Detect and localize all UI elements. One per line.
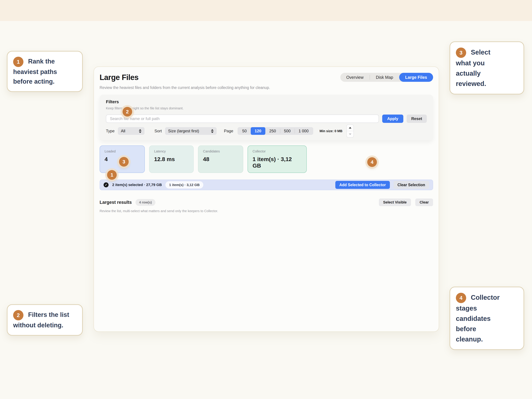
sort-label: Sort [154,129,162,133]
apply-button[interactable]: Apply [382,114,403,123]
row-count-badge: 4 row(s) [135,199,156,206]
stat-value: 1 item(s) · 3,12 GB [253,156,302,169]
clear-button[interactable]: Clear [415,198,433,206]
filters-caption: Keep filters lightweight so the file lis… [106,106,427,110]
ui-marker-3: 3 [119,157,129,167]
callout-1: 1Rank the heaviest paths before acting. [7,51,83,92]
filter-controls-row: Type All Sort Size (largest first) Page … [106,127,427,135]
results-title: Largest results [100,200,132,205]
panel-header: Large Files Overview Disk Map Large File… [100,73,433,82]
tab-overview[interactable]: Overview [340,73,370,82]
page-size-option-500[interactable]: 500 [280,127,295,135]
sort-select-value: Size (largest first) [168,129,199,133]
results-subtitle: Review the list, multi-select what matte… [100,209,433,213]
stat-card-latency: Latency 12.8 ms [149,146,194,173]
stat-label: Loaded [105,149,140,153]
type-select-value: All [121,129,125,133]
callout-number-badge: 1 [13,57,23,67]
select-visible-button[interactable]: Select Visible [379,198,411,206]
page-size-group: 50 120 250 500 1 000 [238,127,313,135]
page-subtitle: Review the heaviest files and folders fr… [100,85,433,90]
tab-disk-map[interactable]: Disk Map [370,73,399,82]
page-size-option-1000[interactable]: 1 000 [295,127,313,135]
sort-select[interactable]: Size (largest first) [165,127,217,135]
ui-marker-2: 2 [122,107,132,117]
stepper-divider [347,131,354,131]
stat-value: 48 [203,156,238,162]
chevron-up-down-icon [211,129,214,133]
stepper-down-icon[interactable] [349,133,351,135]
page-size-option-120[interactable]: 120 [251,127,265,135]
min-size-stepper[interactable] [347,124,354,138]
ui-marker-1: 1 [107,170,117,180]
collector-count-pill: 1 item(s) · 3,12 GB [165,181,203,189]
callout-number-badge: 4 [456,293,466,303]
search-row: Apply Reset [106,114,427,123]
stat-card-candidates: Candidates 48 [198,146,243,173]
page-title: Large Files [100,73,139,82]
ui-marker-4: 4 [367,157,377,167]
view-tab-bar: Overview Disk Map Large Files [340,73,433,82]
chevron-up-down-icon [139,129,141,133]
page-size-label: Page [224,129,233,133]
selection-summary: 2 item(s) selected · 27,79 GB [112,183,162,187]
stepper-up-icon[interactable] [349,127,351,128]
callout-number-badge: 2 [13,310,23,320]
stat-label: Candidates [203,149,238,153]
filters-title: Filters [106,99,427,104]
type-select[interactable]: All [118,127,145,135]
selection-bar: 2 item(s) selected · 27,79 GB 1 item(s) … [100,180,433,190]
check-icon [104,182,108,187]
filters-card: Filters Keep filters lightweight so the … [100,95,433,140]
top-accent-band [0,0,532,21]
large-files-panel: Large Files Overview Disk Map Large File… [94,66,439,332]
page-size-option-250[interactable]: 250 [265,127,280,135]
stat-value: 12.8 ms [154,156,189,162]
min-size-label: Min size: 0 MB [320,129,342,133]
callout-3: 3Select what you actually reviewed. [450,41,524,95]
callout-number-badge: 3 [456,48,466,58]
page-size-option-50[interactable]: 50 [238,127,251,135]
stat-label: Latency [154,149,189,153]
type-label: Type [106,129,114,133]
stats-row: Loaded 4 Latency 12.8 ms Candidates 48 C… [100,146,433,173]
stat-label: Collector [253,149,302,153]
callout-4: 4Collector stages candidates before clea… [450,287,524,350]
reset-button[interactable]: Reset [407,114,427,123]
results-header: Largest results 4 row(s) Select Visible … [100,198,433,206]
callout-2: 2Filters the list without deleting. [7,304,83,336]
stat-card-collector: Collector 1 item(s) · 3,12 GB [247,146,307,173]
tab-large-files[interactable]: Large Files [399,73,433,82]
clear-selection-button[interactable]: Clear Selection [393,181,429,189]
add-selected-to-collector-button[interactable]: Add Selected to Collector [335,181,390,189]
search-input[interactable] [106,114,379,123]
